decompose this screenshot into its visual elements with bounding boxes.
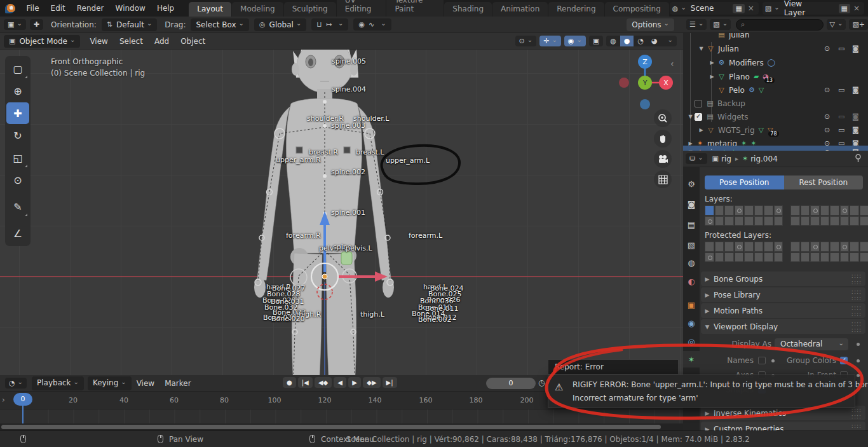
layer-cell[interactable]: [801, 216, 810, 226]
protected-layer-cell[interactable]: [790, 252, 800, 263]
protected-layer-cell[interactable]: [724, 252, 734, 263]
layer-cell[interactable]: [724, 216, 734, 226]
layer-cell[interactable]: [820, 216, 830, 226]
view-layer-copy-icon[interactable]: ▦: [839, 4, 850, 13]
protected-layer-cell[interactable]: [744, 252, 754, 263]
menu-window[interactable]: Window: [110, 1, 151, 15]
timeline-menu-playback[interactable]: Playback: [32, 376, 84, 390]
proportional-edit-dropdown[interactable]: ◉∿: [353, 18, 391, 31]
viewport-menu-view[interactable]: View: [84, 34, 113, 48]
prev-frame-button[interactable]: ◀: [334, 377, 346, 388]
timeline-menu-marker[interactable]: Marker: [159, 376, 196, 390]
render-tab[interactable]: ◙: [683, 196, 700, 212]
layer-cell[interactable]: [810, 216, 820, 226]
timeline-menu-view[interactable]: View: [132, 376, 159, 390]
breadcrumb-object[interactable]: rig: [721, 155, 731, 163]
pose-position-button[interactable]: Pose Position: [705, 175, 784, 189]
panel-drag-handle[interactable]: ::::::::: [851, 273, 862, 285]
rest-position-button[interactable]: Rest Position: [784, 175, 864, 189]
layer-cell[interactable]: [860, 216, 868, 226]
panel-motion-paths[interactable]: ▶Motion Paths::::::::: [701, 303, 865, 318]
gizmos-toggle[interactable]: ✛: [539, 36, 561, 46]
collection-checkbox[interactable]: [695, 113, 702, 121]
protected-layer-cell[interactable]: [774, 252, 783, 263]
layer-cell[interactable]: [860, 205, 868, 216]
screen-toggle-icon[interactable]: ▭: [838, 113, 844, 121]
layer-cell[interactable]: [820, 205, 830, 216]
layer-cell[interactable]: [715, 205, 724, 216]
protected-layer-cell[interactable]: [705, 242, 714, 252]
protected-layer-cell[interactable]: [830, 252, 839, 263]
outliner-row-modifiers[interactable]: ▶⚙Modifiers◯: [683, 56, 868, 69]
cursor-tool[interactable]: ⊕: [6, 80, 29, 102]
view-layer-name[interactable]: View Layer: [782, 0, 837, 17]
screen-toggle-icon[interactable]: ▭: [838, 126, 844, 134]
eye-toggle-icon[interactable]: ⊙: [824, 45, 830, 53]
protected-layer-cell[interactable]: [774, 242, 783, 252]
protected-layer-cell[interactable]: [754, 242, 764, 252]
transform-tool[interactable]: ⊙: [6, 169, 29, 191]
solid-shading-button[interactable]: ●: [620, 36, 634, 46]
zoom-icon[interactable]: [654, 109, 672, 127]
protected-layer-cell[interactable]: [790, 242, 800, 252]
xray-toggle[interactable]: ▣: [589, 36, 603, 46]
menu-help[interactable]: Help: [151, 1, 180, 15]
new-collection-button[interactable]: ▧+: [849, 19, 868, 30]
layer-cell[interactable]: [840, 216, 850, 226]
workspace-tab-texture-paint[interactable]: Texture Paint: [386, 0, 444, 17]
protected-layer-cell[interactable]: [705, 252, 714, 263]
viewport-menu-object[interactable]: Object: [175, 34, 211, 48]
view-layer-tab[interactable]: ▧: [683, 237, 700, 253]
workspace-tab-uv-editing[interactable]: UV Editing: [337, 0, 386, 17]
protected-layer-cell[interactable]: [801, 242, 810, 252]
layer-cell[interactable]: [774, 216, 783, 226]
output-tab[interactable]: ▤: [683, 216, 700, 233]
camera-toggle-icon[interactable]: ◙: [852, 126, 859, 134]
pan-hand-icon[interactable]: [654, 130, 672, 148]
layer-cell[interactable]: [850, 216, 859, 226]
outliner-row-rig[interactable]: ▼✶rig✶✶⊙▭◙: [683, 146, 868, 151]
physics-tab[interactable]: ◎: [683, 333, 700, 350]
outliner-row-wgts_rig[interactable]: ▶▽WGTS_rig▽▽78⊙▭◙: [683, 123, 868, 137]
annotate-tool[interactable]: ✎: [6, 196, 29, 217]
outliner-item-label[interactable]: Julian: [718, 45, 739, 53]
blender-logo-icon[interactable]: [5, 4, 15, 13]
camera-toggle-icon[interactable]: ◙: [852, 113, 859, 121]
outliner-filter-dropdown[interactable]: ▽: [827, 19, 846, 30]
outliner-search-input[interactable]: ⌕: [736, 19, 823, 31]
protected-layer-cell[interactable]: [840, 252, 850, 263]
layer-cell[interactable]: [764, 205, 773, 216]
timeline-editor-type-icon[interactable]: ◔: [5, 378, 27, 389]
protected-layer-cell[interactable]: [840, 242, 850, 252]
animate-dot[interactable]: [857, 359, 860, 362]
protected-layer-cell[interactable]: [754, 252, 764, 263]
current-frame-field[interactable]: 0: [486, 378, 536, 389]
panel-drag-handle[interactable]: ::::::::: [851, 289, 862, 301]
workspace-tab-shading[interactable]: Shading: [444, 2, 492, 17]
breadcrumb-data[interactable]: rig.004: [750, 155, 778, 163]
expand-icon[interactable]: ▼: [697, 46, 705, 52]
layer-cell[interactable]: [724, 205, 734, 216]
show-object-types-dropdown[interactable]: ⊙: [515, 36, 537, 46]
animate-dot[interactable]: [771, 359, 775, 362]
jump-to-end-button[interactable]: ▶|: [383, 377, 397, 388]
protected-layer-cell[interactable]: [735, 252, 744, 263]
layer-cell[interactable]: [715, 216, 724, 226]
panel-bone-groups[interactable]: ▶Bone Groups::::::::: [701, 272, 865, 286]
layer-cell[interactable]: [830, 205, 839, 216]
record-button[interactable]: ●: [283, 377, 296, 388]
layer-cell[interactable]: [840, 205, 850, 216]
protected-layer-cell[interactable]: [820, 242, 830, 252]
protected-layer-cell[interactable]: [810, 252, 820, 263]
layer-cell[interactable]: [764, 216, 773, 226]
timeline-tracks[interactable]: [0, 409, 683, 423]
select-box-tool[interactable]: ▢: [6, 58, 29, 79]
wireframe-shading-button[interactable]: ◍: [606, 36, 620, 46]
layer-cell[interactable]: [790, 205, 800, 216]
layer-cell[interactable]: [705, 216, 714, 226]
viewport-menu-select[interactable]: Select: [114, 34, 149, 48]
outliner-item-label[interactable]: Plano: [729, 72, 750, 81]
workspace-tab-modeling[interactable]: Modeling: [232, 2, 283, 17]
shading-dropdown[interactable]: [661, 36, 677, 46]
view-layer-remove-icon[interactable]: ×: [850, 3, 863, 13]
